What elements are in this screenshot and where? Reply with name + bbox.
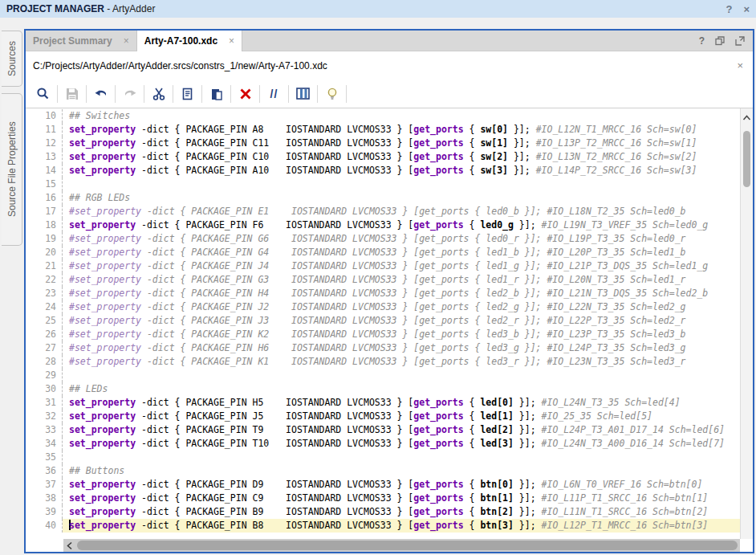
line-number: 38 (26, 492, 63, 505)
collapsed-panel-tabs: Sources Source File Properties (2, 31, 23, 252)
vertical-scroll-thumb[interactable] (743, 131, 750, 187)
toggle-comment-button[interactable]: // (263, 84, 285, 104)
window-titlebar: PROJECT MANAGER - ArtyAdder ? × (0, 0, 756, 18)
file-path: C:/Projects/ArtyAdder/ArtyAdder.srcs/con… (33, 60, 327, 71)
cut-button[interactable] (148, 84, 169, 104)
line-number: 19 (26, 232, 63, 246)
paste-button[interactable] (205, 84, 227, 104)
code-line[interactable]: 15 (26, 178, 740, 191)
line-number: 10 (26, 109, 63, 123)
toggle-columns-button[interactable] (292, 84, 314, 104)
code-line[interactable]: 21#set_property -dict { PACKAGE_PIN J4 I… (26, 259, 740, 273)
delete-button[interactable] (234, 84, 256, 104)
code-line[interactable]: 30## LEDs (26, 382, 740, 396)
line-number: 25 (26, 314, 63, 328)
code-line[interactable]: 28#set_property -dict { PACKAGE_PIN K1 I… (26, 355, 740, 369)
code-line[interactable]: 31set_property -dict { PACKAGE_PIN H5 IO… (26, 396, 740, 410)
tab-close-icon[interactable]: × (124, 35, 129, 47)
code-line[interactable]: 12set_property -dict { PACKAGE_PIN C11 I… (26, 137, 740, 150)
code-line[interactable]: 36## Buttons (26, 464, 740, 478)
scroll-up-icon[interactable] (742, 110, 751, 124)
copy-button[interactable] (177, 84, 198, 104)
code-lines: 10## Switches11set_property -dict { PACK… (26, 109, 740, 533)
window-title-project: - ArtyAdder (104, 3, 155, 14)
line-number: 30 (26, 382, 63, 396)
window-title: PROJECT MANAGER (6, 3, 104, 14)
save-button[interactable] (61, 84, 83, 104)
code-line[interactable]: 39set_property -dict { PACKAGE_PIN B9 IO… (26, 505, 740, 519)
horizontal-scrollbar[interactable] (63, 539, 740, 552)
line-number: 34 (26, 437, 63, 451)
tab-project-summary-label: Project Summary (33, 35, 112, 47)
line-number: 31 (26, 396, 63, 410)
code-line[interactable]: 26#set_property -dict { PACKAGE_PIN K2 I… (26, 328, 740, 341)
code-line[interactable]: 20#set_property -dict { PACKAGE_PIN G4 I… (26, 246, 740, 259)
line-number: 17 (26, 205, 63, 218)
line-number: 14 (26, 164, 63, 178)
tab-project-summary[interactable]: Project Summary × (26, 31, 137, 51)
line-number: 16 (26, 191, 63, 205)
code-line[interactable]: 13set_property -dict { PACKAGE_PIN C10 I… (26, 150, 740, 164)
code-line[interactable]: 34set_property -dict { PACKAGE_PIN T10 I… (26, 437, 740, 451)
sidebar-tab-source-file-properties[interactable]: Source File Properties (2, 93, 22, 246)
line-number: 40 (26, 519, 63, 533)
code-line[interactable]: 37set_property -dict { PACKAGE_PIN D9 IO… (26, 478, 740, 492)
horizontal-scroll-thumb[interactable] (77, 541, 738, 550)
code-line[interactable]: 29 (26, 369, 740, 382)
line-number: 37 (26, 478, 63, 492)
sidebar-tab-source-file-properties-label: Source File Properties (6, 122, 18, 218)
file-path-bar: C:/Projects/ArtyAdder/ArtyAdder.srcs/con… (26, 51, 753, 80)
line-number: 22 (26, 273, 63, 287)
code-line[interactable]: 22#set_property -dict { PACKAGE_PIN G3 I… (26, 273, 740, 287)
code-editor[interactable]: 10## Switches11set_property -dict { PACK… (26, 108, 753, 552)
code-line[interactable]: 19#set_property -dict { PACKAGE_PIN G6 I… (26, 232, 740, 246)
code-line[interactable]: 11set_property -dict { PACKAGE_PIN A8 IO… (26, 123, 740, 137)
line-number: 24 (26, 300, 63, 314)
code-line[interactable]: 27#set_property -dict { PACKAGE_PIN H6 I… (26, 341, 740, 355)
code-line[interactable]: 35 (26, 451, 740, 464)
line-number: 11 (26, 123, 63, 137)
close-icon[interactable]: × (737, 59, 743, 71)
code-line[interactable]: 18set_property -dict { PACKAGE_PIN F6 IO… (26, 218, 740, 232)
scroll-left-icon[interactable] (63, 541, 76, 550)
code-line[interactable]: 14set_property -dict { PACKAGE_PIN A10 I… (26, 164, 740, 178)
document-tabbar: Project Summary × Arty-A7-100.xdc × ? (26, 31, 753, 51)
code-line[interactable]: 24#set_property -dict { PACKAGE_PIN J2 I… (26, 300, 740, 314)
sidebar-tab-sources[interactable]: Sources (2, 31, 22, 87)
line-number: 36 (26, 464, 63, 478)
code-line[interactable]: 23#set_property -dict { PACKAGE_PIN H4 I… (26, 287, 740, 300)
tab-arty-a7-100-xdc-label: Arty-A7-100.xdc (144, 35, 217, 47)
code-line[interactable]: 33set_property -dict { PACKAGE_PIN T9 IO… (26, 423, 740, 437)
line-number: 32 (26, 410, 63, 423)
code-line[interactable]: 25#set_property -dict { PACKAGE_PIN J3 I… (26, 314, 740, 328)
redo-button[interactable] (119, 84, 140, 104)
close-icon[interactable]: × (743, 3, 750, 15)
line-number: 27 (26, 341, 63, 355)
find-button[interactable] (32, 84, 54, 104)
code-line[interactable]: 10## Switches (26, 109, 740, 123)
language-assist-icon[interactable] (321, 84, 343, 104)
code-line[interactable]: 32set_property -dict { PACKAGE_PIN J5 IO… (26, 410, 740, 423)
line-number: 18 (26, 218, 63, 232)
sidebar-tab-sources-label: Sources (6, 41, 18, 76)
editor-toolbar: // (26, 80, 753, 108)
code-line[interactable]: 17#set_property -dict { PACKAGE_PIN E1 I… (26, 205, 740, 218)
code-line[interactable]: 38set_property -dict { PACKAGE_PIN C9 IO… (26, 492, 740, 505)
line-number: 33 (26, 423, 63, 437)
float-icon[interactable] (715, 36, 725, 46)
code-line[interactable]: 16## RGB LEDs (26, 191, 740, 205)
line-number: 35 (26, 451, 63, 464)
line-number: 29 (26, 369, 63, 382)
line-number: 28 (26, 355, 63, 369)
vertical-scrollbar[interactable] (740, 108, 753, 539)
maximize-icon[interactable] (735, 36, 745, 46)
help-icon[interactable]: ? (726, 3, 732, 15)
comment-slashes: // (270, 88, 278, 100)
tab-arty-a7-100-xdc[interactable]: Arty-A7-100.xdc × (137, 31, 242, 51)
code-line[interactable]: 40set_property -dict { PACKAGE_PIN B8 IO… (26, 519, 740, 533)
help-icon[interactable]: ? (699, 35, 705, 47)
line-number: 39 (26, 505, 63, 519)
tab-close-icon[interactable]: × (229, 35, 234, 47)
undo-button[interactable] (90, 84, 112, 104)
line-number: 15 (26, 178, 63, 191)
